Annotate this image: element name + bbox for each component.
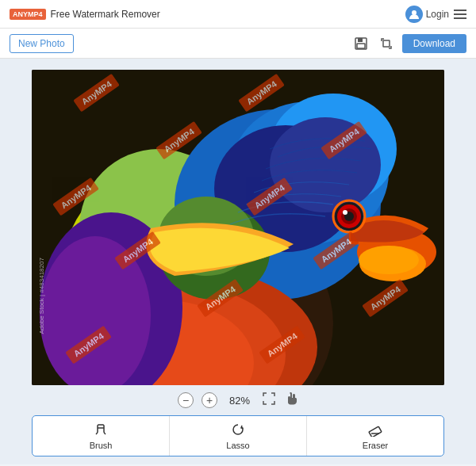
svg-point-21 <box>343 210 347 215</box>
download-button[interactable]: Download <box>402 34 466 53</box>
crop-icon-button[interactable] <box>377 34 396 53</box>
logo-badge: ANYMP4 <box>10 9 46 20</box>
zoom-controls: − + 82% <box>178 392 298 409</box>
svg-point-13 <box>270 117 381 212</box>
hand-tool-icon[interactable] <box>284 392 298 409</box>
zoom-out-button[interactable]: − <box>178 392 194 408</box>
plus-icon: + <box>206 395 213 406</box>
zoom-value: 82% <box>225 395 254 407</box>
image-canvas: AnyMP4AnyMP4AnyMP4AnyMP4AnyMP4AnyMP4AnyM… <box>32 70 444 385</box>
eraser-tool[interactable]: Eraser <box>307 416 443 456</box>
adobe-watermark: Adobe Stock | #483418207 <box>38 258 45 334</box>
brush-tool[interactable]: Brush <box>33 416 170 456</box>
tool-panel: Brush Lasso Eraser <box>32 415 444 456</box>
menu-icon[interactable] <box>454 10 466 19</box>
svg-rect-2 <box>358 38 363 42</box>
svg-rect-31 <box>369 426 382 437</box>
svg-rect-3 <box>357 44 365 48</box>
lasso-tool[interactable]: Lasso <box>170 416 307 456</box>
svg-point-16 <box>359 246 419 274</box>
lasso-icon <box>231 422 245 439</box>
login-button[interactable]: Login <box>405 6 449 23</box>
user-avatar-icon <box>405 6 423 23</box>
brush-icon <box>94 422 108 439</box>
eraser-icon <box>368 422 382 439</box>
parrot-image: AnyMP4AnyMP4AnyMP4AnyMP4AnyMP4AnyMP4AnyM… <box>32 70 444 385</box>
toolbar: New Photo Download <box>0 29 476 59</box>
parrot-svg <box>32 70 444 385</box>
brush-label: Brush <box>90 441 113 450</box>
app-title: Free Watermark Remover <box>51 9 160 20</box>
lasso-label: Lasso <box>226 441 249 450</box>
eraser-label: Eraser <box>363 441 388 450</box>
svg-rect-4 <box>383 40 390 47</box>
main-content: AnyMP4AnyMP4AnyMP4AnyMP4AnyMP4AnyMP4AnyM… <box>0 59 476 464</box>
minus-icon: − <box>182 395 189 406</box>
save-icon-button[interactable] <box>351 34 370 53</box>
fit-screen-icon[interactable] <box>262 392 276 409</box>
app-header: ANYMP4 Free Watermark Remover Login <box>0 0 476 29</box>
header-left: ANYMP4 Free Watermark Remover <box>10 9 160 20</box>
login-label: Login <box>426 9 449 20</box>
header-right: Login <box>405 6 466 23</box>
new-photo-button[interactable]: New Photo <box>10 34 74 53</box>
toolbar-right: Download <box>351 34 466 53</box>
zoom-in-button[interactable]: + <box>202 392 217 408</box>
